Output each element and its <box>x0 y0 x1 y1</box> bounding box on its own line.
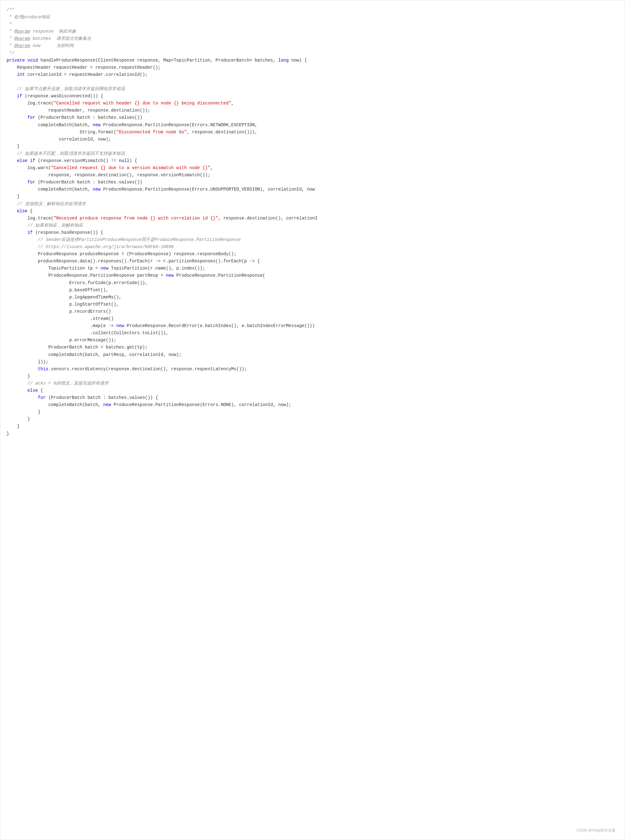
code-container: /** * 处理produce响应 * * @param response 响应… <box>0 0 625 840</box>
watermark: CSDN @Andy技术支援 <box>577 828 616 834</box>
code-block: /** * 处理produce响应 * * @param response 响应… <box>6 6 616 438</box>
